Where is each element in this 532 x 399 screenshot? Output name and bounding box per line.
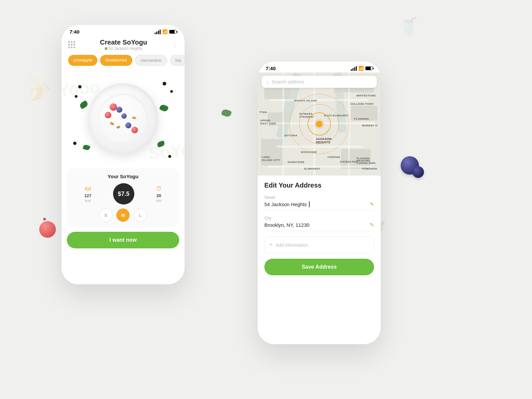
- phone1-status-bar: 7:40 📶: [62, 25, 185, 36]
- street-value-row[interactable]: 54 Jackson Heghts ✎: [264, 201, 374, 210]
- location-icon: [105, 47, 107, 50]
- street-value: 54 Jackson Heghts: [264, 201, 310, 207]
- phone1-title-block: Create SoYogu 54 Jackson Heghts: [100, 39, 147, 51]
- street-edit-icon[interactable]: ✎: [370, 201, 374, 207]
- battery-icon: [365, 66, 373, 70]
- phone1-time: 7:40: [69, 29, 79, 35]
- watermark-soyo: SoYo: [148, 140, 185, 163]
- city-value-row[interactable]: Brooklyn, NY, 11230 ✎: [264, 222, 374, 231]
- city-edit-icon[interactable]: ✎: [370, 222, 374, 228]
- red-berry: [105, 112, 111, 118]
- tag-blueberries[interactable]: blueberries: [100, 55, 132, 66]
- almond: [109, 121, 115, 126]
- time-icon: ⏱: [156, 186, 162, 193]
- page-title: Create SoYogu: [100, 39, 147, 46]
- info-card-title: Your SoYogu: [73, 174, 173, 179]
- spinach-leaf: [82, 144, 90, 151]
- address-form: Edit Your Address Street 54 Jackson Hegh…: [258, 176, 381, 281]
- city-field: City Brooklyn, NY, 11230 ✎: [264, 216, 374, 231]
- search-bar[interactable]: ⌕ Search address: [262, 76, 377, 88]
- map-label-long-island: LONGISLAND CITY: [262, 156, 280, 162]
- phone2-time: 7:40: [266, 66, 276, 71]
- map-label-kissena: Kissena Par: [340, 161, 357, 163]
- phone2-status-icons: 📶: [351, 66, 373, 71]
- almond: [116, 125, 121, 129]
- add-information-label: Add information: [276, 242, 308, 248]
- blueberry: [121, 113, 127, 119]
- seed-decoration: [163, 82, 166, 85]
- calories-label: kcal: [85, 199, 91, 202]
- phone1-frame: 7:40 📶 Create SoYogu 54 Jackson He: [62, 25, 185, 284]
- calories-item: 🍽 127 kcal: [84, 186, 91, 202]
- map-area: HARLEM MOTT HAVEN HUNTS POINT Rikers Isl…: [258, 72, 381, 176]
- map-label-murray: MURRAY H: [362, 124, 377, 127]
- street-field: Street 54 Jackson Heghts ✎: [264, 195, 374, 210]
- seed-decoration: [168, 155, 171, 158]
- blueberry: [125, 122, 131, 128]
- tag-bla[interactable]: bla: [170, 55, 185, 66]
- search-icon: ⌕: [266, 79, 269, 84]
- map-label-elmhurst: ELMHURST: [304, 167, 320, 170]
- bowl-area: Yooo SoYo: [62, 68, 185, 168]
- size-s-button[interactable]: S: [99, 208, 112, 222]
- wifi-icon: 📶: [358, 66, 364, 71]
- signal-icon: [155, 30, 161, 34]
- map-label-flushing: FLUSHING: [354, 117, 369, 120]
- map-label-ttan: TTAN: [259, 111, 267, 114]
- plus-icon: +: [269, 241, 273, 248]
- seed-decoration: [75, 95, 77, 98]
- map-label-whitestone: WHITESTONE: [356, 94, 376, 97]
- tag-clementine[interactable]: clementine: [135, 55, 167, 66]
- spinach-leaf: [159, 104, 169, 112]
- price-circle: $7.5: [113, 183, 134, 204]
- city-label: City: [264, 216, 374, 220]
- i-want-now-button[interactable]: I want now: [67, 232, 179, 248]
- spinach-leaf: [79, 100, 89, 109]
- blueberry: [116, 107, 122, 113]
- filter-icon[interactable]: ⋮: [172, 41, 178, 49]
- signal-icon: [351, 66, 357, 71]
- map-label-upper: UPPEREAST SIDE: [260, 119, 276, 125]
- add-information-box[interactable]: + Add information: [264, 236, 374, 253]
- battery-icon: [169, 30, 177, 34]
- seed-decoration: [73, 142, 76, 145]
- calories-value: 127: [84, 193, 91, 198]
- bowl-inner: [98, 93, 148, 143]
- phone1-header: Create SoYogu 54 Jackson Heghts ⋮: [62, 36, 185, 52]
- map-label-college: COLLEGE POINT: [350, 102, 374, 105]
- size-l-button[interactable]: L: [134, 208, 147, 222]
- almond: [132, 116, 136, 119]
- save-address-button[interactable]: Save Address: [264, 259, 374, 275]
- map-label-flushing-meadows: FlushingMeadowsCorona Park: [356, 157, 376, 164]
- bowl-plate: [88, 83, 158, 153]
- red-berry: [110, 103, 117, 111]
- red-berry: [131, 127, 138, 133]
- time-label: min: [156, 199, 162, 202]
- watermark-yooo: Yooo: [62, 77, 101, 100]
- wifi-icon: 📶: [162, 29, 168, 34]
- map-label-sunnyside: SUNNYSIDE: [288, 161, 305, 164]
- grid-menu-icon[interactable]: [68, 41, 75, 48]
- location-label: 54 Jackson Heghts: [100, 46, 147, 51]
- size-selector-row: S M L: [73, 208, 173, 222]
- map-label-corona: CORONA: [328, 156, 340, 159]
- tags-row: pineapple blueberries clementine bla: [62, 52, 185, 68]
- calories-icon: 🍽: [85, 186, 91, 193]
- size-m-button[interactable]: M: [116, 208, 130, 222]
- seed-decoration: [78, 85, 81, 88]
- city-value: Brooklyn, NY, 11230: [264, 222, 310, 228]
- address-form-title: Edit Your Address: [264, 182, 374, 189]
- phone2-frame: 7:40 📶: [258, 62, 381, 344]
- map-background: HARLEM MOTT HAVEN HUNTS POINT Rikers Isl…: [258, 72, 381, 176]
- time-item: ⏱ 20 min: [156, 186, 162, 202]
- map-label-pomonok: POMONOK: [362, 167, 377, 170]
- time-value: 20: [156, 193, 161, 198]
- tag-pineapple[interactable]: pineapple: [68, 55, 97, 66]
- info-row: 🍽 127 kcal $7.5 ⏱ 20 min: [73, 183, 173, 204]
- search-input[interactable]: Search address: [272, 79, 304, 84]
- seed-decoration: [170, 90, 173, 93]
- spinach-leaf: [157, 140, 165, 147]
- phone1-status-icons: 📶: [155, 29, 177, 34]
- street-label: Street: [264, 195, 374, 200]
- phone2-status-bar: 7:40 📶: [258, 62, 381, 72]
